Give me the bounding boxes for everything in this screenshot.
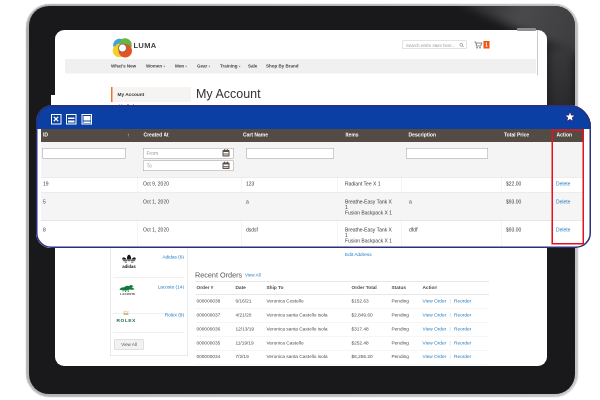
svg-text:adidas: adidas xyxy=(122,264,136,269)
svg-text:LACOSTE: LACOSTE xyxy=(120,292,135,296)
svg-text:ROLEX: ROLEX xyxy=(117,318,137,323)
